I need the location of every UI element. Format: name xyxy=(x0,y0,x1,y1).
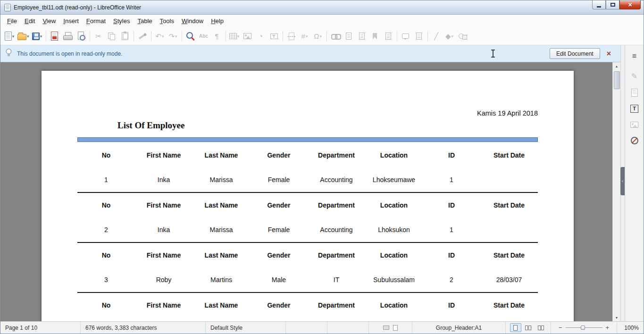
insert-footnote-button[interactable] xyxy=(343,30,355,43)
paste-button[interactable] xyxy=(119,30,131,43)
book-view-button[interactable] xyxy=(535,323,547,332)
scrollbar-thumb[interactable] xyxy=(614,71,620,89)
edit-document-button[interactable]: Edit Document xyxy=(550,48,600,59)
find-and-replace-button[interactable] xyxy=(184,30,197,43)
menu-format[interactable]: Format xyxy=(83,16,109,26)
close-button[interactable]: × xyxy=(619,0,641,9)
cut-button[interactable]: ✂ xyxy=(92,30,105,43)
zoom-slider-track[interactable] xyxy=(566,325,602,330)
zoom-in-button[interactable]: + xyxy=(606,324,610,331)
language-status[interactable] xyxy=(286,322,327,334)
find-and-replace-icon xyxy=(186,32,195,41)
menu-file[interactable]: File xyxy=(3,16,21,26)
menu-table[interactable]: Table xyxy=(134,16,156,26)
gallery-deck-button[interactable] xyxy=(628,118,641,131)
redo-icon: ↷ xyxy=(168,33,175,40)
insert-image-button[interactable] xyxy=(242,30,254,43)
zoom-percent-status[interactable]: 100% xyxy=(617,322,644,334)
insert-special-character-dropdown-icon[interactable]: ▾ xyxy=(319,34,322,39)
table-header-cell: First Name xyxy=(135,301,192,309)
document-page[interactable]: Kamis 19 April 2018 List Of Employee NoF… xyxy=(42,71,574,321)
table-header-cell: Location xyxy=(365,151,423,159)
menu-edit[interactable]: Edit xyxy=(21,16,39,26)
menu-help[interactable]: Help xyxy=(207,16,227,26)
copy-button[interactable] xyxy=(106,30,118,43)
navigator-deck-button[interactable] xyxy=(628,134,641,147)
print-button[interactable] xyxy=(62,30,74,43)
insert-line-button[interactable]: ╱ xyxy=(430,30,443,43)
insert-endnote-button[interactable] xyxy=(356,30,368,43)
zoom-slider-thumb[interactable] xyxy=(581,326,585,330)
insert-cross-reference-button[interactable] xyxy=(382,30,394,43)
table-data-cell: Accounting xyxy=(308,176,365,184)
table-header-cell: Gender xyxy=(250,301,308,309)
show-draw-functions-button[interactable] xyxy=(457,30,469,43)
save-dropdown-icon[interactable]: ▾ xyxy=(40,34,42,39)
word-count-status[interactable]: 676 words, 3,383 characters xyxy=(81,322,206,334)
table-data-row: 3RobyMartinsMaleITSubulussalam228/03/07 xyxy=(77,267,538,292)
table-data-cell: 1 xyxy=(423,226,480,234)
track-changes-button[interactable] xyxy=(413,30,425,43)
page-style-status[interactable]: Default Style xyxy=(206,322,286,334)
insert-mode-status[interactable] xyxy=(327,322,369,334)
export-pdf-button[interactable] xyxy=(49,30,61,43)
insert-chart-button[interactable]: ◔ xyxy=(255,30,267,43)
open-dropdown-icon[interactable]: ▾ xyxy=(27,34,29,39)
undo-button[interactable]: ↶▾ xyxy=(154,30,166,43)
scroll-down-icon[interactable]: ▼ xyxy=(613,314,620,321)
single-page-view-button[interactable] xyxy=(510,323,521,332)
maximize-button[interactable] xyxy=(606,0,619,9)
readonly-infobar: This document is open in read-only mode.… xyxy=(0,45,620,62)
insert-special-character-icon: Ω xyxy=(314,33,319,40)
insert-text-box-button[interactable] xyxy=(268,30,280,43)
menu-view[interactable]: View xyxy=(39,16,59,26)
insert-field-button[interactable]: #▾ xyxy=(299,30,311,43)
page-number-status[interactable]: Page 1 of 10 xyxy=(0,322,81,334)
insert-bookmark-button[interactable] xyxy=(369,30,381,43)
redo-button[interactable]: ↷▾ xyxy=(167,30,179,43)
spelling-button[interactable]: Abc xyxy=(198,30,210,43)
selection-mode-icon[interactable] xyxy=(383,326,389,330)
insert-table-button[interactable]: ▾ xyxy=(228,30,241,43)
paste-icon xyxy=(122,32,128,40)
scroll-up-icon[interactable]: ▲ xyxy=(613,62,620,70)
sidebar-settings-button[interactable]: ≡ xyxy=(628,50,641,63)
document-modified-icon[interactable] xyxy=(393,325,398,331)
save-button[interactable]: ▾ xyxy=(31,30,43,43)
new-document-button[interactable]: ▾ xyxy=(3,30,16,43)
zoom-out-button[interactable]: − xyxy=(559,324,562,331)
clone-formatting-button[interactable] xyxy=(136,30,149,43)
basic-shapes-dropdown-icon[interactable]: ▾ xyxy=(452,34,454,39)
multi-page-view-button[interactable] xyxy=(523,323,534,332)
formatting-marks-button[interactable]: ¶ xyxy=(211,30,223,43)
new-document-dropdown-icon[interactable]: ▾ xyxy=(12,34,15,39)
insert-text-box-icon xyxy=(270,33,278,39)
vertical-scrollbar[interactable]: ▲ ▼ xyxy=(612,62,620,321)
insert-hyperlink-button[interactable] xyxy=(329,30,342,43)
infobar-close-icon[interactable]: × xyxy=(607,50,611,58)
titlebar: Employee_tbl11.odt (read-only) - LibreOf… xyxy=(0,0,644,15)
print-preview-button[interactable] xyxy=(75,30,87,43)
menu-window[interactable]: Window xyxy=(178,16,207,26)
minimize-button[interactable] xyxy=(592,0,606,9)
table-header-cell: Start Date xyxy=(480,151,538,159)
formatting-marks-icon: ¶ xyxy=(215,33,219,40)
insert-field-dropdown-icon[interactable]: ▾ xyxy=(306,34,308,39)
open-button[interactable]: ▾ xyxy=(17,30,30,43)
basic-shapes-button[interactable]: ◆▾ xyxy=(443,30,456,43)
menu-tools[interactable]: Tools xyxy=(156,16,178,26)
redo-dropdown-icon[interactable]: ▾ xyxy=(175,34,177,39)
menu-styles[interactable]: Styles xyxy=(109,16,134,26)
insert-page-break-button[interactable] xyxy=(285,30,298,43)
insert-special-character-button[interactable]: Ω▾ xyxy=(312,30,324,43)
insert-comment-button[interactable] xyxy=(400,30,412,43)
menu-insert[interactable]: Insert xyxy=(59,16,83,26)
toolbar-separator xyxy=(326,31,327,41)
properties-deck-button[interactable]: ✎ xyxy=(628,70,641,83)
table-header-cell: Department xyxy=(308,151,365,159)
undo-dropdown-icon[interactable]: ▾ xyxy=(162,34,164,39)
sidebar-toggle[interactable]: ‹ xyxy=(620,167,625,195)
page-deck-button[interactable] xyxy=(628,86,641,99)
insert-table-dropdown-icon[interactable]: ▾ xyxy=(237,34,240,39)
styles-deck-button[interactable]: T xyxy=(628,102,641,115)
